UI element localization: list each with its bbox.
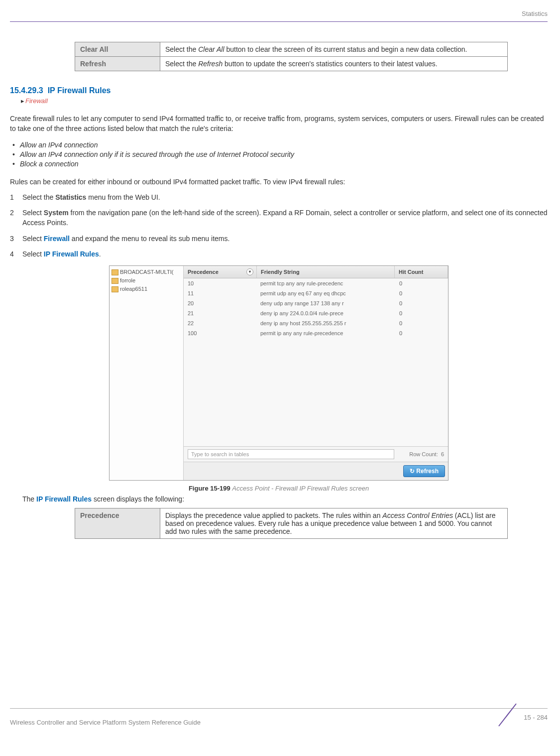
svg-line-0 [499,704,516,726]
step-3: Select Firewall and expand the menu to r… [10,234,548,244]
criteria-list: Allow an IPv4 connection Allow an IPv4 c… [10,141,548,168]
precedence-desc: Displays the precedence value applied to… [160,508,508,539]
table-row[interactable]: 100 permit ip any any rule-precedence 0 [184,328,448,338]
col-friendly-string[interactable]: Friendly String [257,266,395,278]
section-heading: 15.4.29.3 IP Firewall Rules [10,86,548,95]
sidebar-item[interactable]: roleap6511 [112,285,181,293]
step-2: Select System from the navigation pane (… [10,208,548,228]
list-item: Block a connection [10,160,548,168]
table-row[interactable]: 22 deny ip any host 255.255.255.255 r 0 [184,318,448,328]
step-1: Select the Statistics menu from the Web … [10,193,548,203]
table-row[interactable]: 11 permit udp any eq 67 any eq dhcpc 0 [184,288,448,298]
row-count: Row Count: 6 [409,451,444,457]
mid-paragraph: Rules can be created for either inbound … [10,177,548,187]
table-row[interactable]: 20 deny udp any range 137 138 any r 0 [184,298,448,308]
footer-right: 15 - 284 [494,714,548,726]
sidebar-item[interactable]: BROADCAST-MULTI( [112,268,181,276]
sidebar-item[interactable]: forrole [112,276,181,285]
figure-caption: Figure 15-199 Access Point - Firewall IP… [10,485,548,492]
refresh-button[interactable]: Refresh [403,465,445,477]
folder-icon [112,269,118,275]
col-precedence[interactable]: Precedence▾ [184,266,257,278]
footer-slash-icon [494,701,524,729]
refresh-desc: Select the Refresh button to update the … [160,57,508,71]
page-header-section: Statistics [10,10,548,22]
col-hit-count[interactable]: Hit Count [395,266,448,278]
intro-paragraph: Create firewall rules to let any compute… [10,114,548,134]
clear-all-label: Clear All [75,42,160,57]
figure-screenshot: BROADCAST-MULTI( forrole roleap6511 Prec… [109,265,448,481]
step-4: Select IP Firewall Rules. [10,250,548,259]
search-input[interactable]: Type to search in tables [188,449,394,459]
precedence-label: Precedence [75,508,160,539]
clear-all-desc: Select the Clear All button to clear the… [160,42,508,57]
figure-table-body: 10 permit tcp any any rule-precedenc 0 1… [184,278,448,446]
folder-icon [112,286,118,292]
steps-list: Select the Statistics menu from the Web … [10,193,548,259]
table-row[interactable]: 21 deny ip any 224.0.0.0/4 rule-prece 0 [184,308,448,318]
top-param-table: Clear All Select the Clear All button to… [75,42,508,71]
list-item: Allow an IPv4 connection [10,141,548,149]
refresh-label: Refresh [75,57,160,71]
after-figure-lead: The IP Firewall Rules screen displays th… [22,494,548,504]
folder-icon [112,278,118,284]
list-item: Allow an IPv4 connection only if it is s… [10,150,548,158]
figure-table-header: Precedence▾ Friendly String Hit Count [184,266,448,278]
breadcrumb: Firewall [21,97,548,105]
table-row[interactable]: 10 permit tcp any any rule-precedenc 0 [184,278,448,288]
bottom-param-table: Precedence Displays the precedence value… [75,508,508,539]
figure-sidebar: BROADCAST-MULTI( forrole roleap6511 [110,266,184,480]
sort-icon[interactable]: ▾ [246,268,253,275]
footer-left: Wireless Controller and Service Platform… [10,719,201,726]
